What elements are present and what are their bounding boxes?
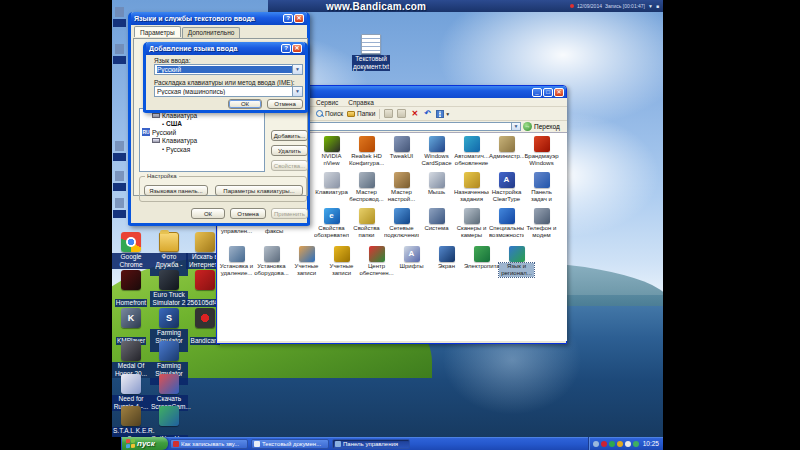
tab-advanced[interactable]: Дополнительно	[182, 27, 241, 38]
folder-icon	[347, 111, 355, 117]
copy-icon[interactable]	[397, 109, 406, 118]
cancel-button[interactable]: Отмена	[267, 99, 303, 109]
cp-item[interactable]: NVIDIA nView Desktop M...	[314, 136, 349, 168]
tray-icon[interactable]	[633, 441, 639, 447]
keyboard-layout-select[interactable]: Русская (машинопись) ▼	[154, 86, 303, 97]
cp-item[interactable]: Брандмауэр Windows	[524, 136, 559, 167]
views-button[interactable]: ▼	[436, 109, 450, 119]
system-tray: 10:25	[588, 437, 661, 450]
close-button[interactable]: ✕	[554, 88, 564, 97]
ok-button[interactable]: ОК	[191, 208, 225, 219]
taskbar: пуск Как записывать зву...Текстовый доку…	[112, 437, 663, 450]
cp-item[interactable]: Электропита...	[464, 246, 499, 270]
help-button[interactable]: ?	[281, 44, 291, 53]
maximize-button[interactable]: □	[543, 88, 553, 97]
desktop-icon[interactable]: Google Chrome	[112, 232, 150, 271]
cp-item-label: Электропита...	[464, 263, 499, 270]
ic-txt-icon	[361, 34, 381, 54]
go-label[interactable]: Переход	[534, 123, 560, 130]
dialog-titlebar[interactable]: Добавление языка ввода ? ✕	[146, 42, 305, 55]
menu-item-help[interactable]: Справка	[348, 99, 374, 106]
taskbar-button[interactable]: Как записывать зву...	[170, 439, 248, 449]
cp-item[interactable]: Клавиатура	[314, 172, 349, 196]
cp-item[interactable]: Учетные записи пол...	[289, 246, 324, 278]
tray-icon[interactable]	[625, 441, 631, 447]
taskbar-button[interactable]: Панель управления	[332, 439, 410, 449]
delete-icon[interactable]: ✕	[410, 109, 419, 118]
language-bar-button[interactable]: Языковая панель...	[144, 185, 208, 196]
remove-button[interactable]: Удалить	[271, 145, 308, 156]
cp-item[interactable]: Мастер беспровод...	[349, 172, 384, 203]
cp-item[interactable]: Свойства папки	[349, 208, 384, 239]
address-dropdown-button[interactable]: ▼	[511, 123, 520, 130]
tray-icon[interactable]	[617, 441, 623, 447]
chevron-down-icon[interactable]: ▼	[292, 65, 302, 74]
stop-icon: ■	[656, 3, 659, 9]
tray-icon[interactable]	[593, 441, 599, 447]
chevron-down-icon[interactable]: ▼	[292, 87, 302, 96]
cp-item[interactable]: Телефон и модем	[524, 208, 559, 239]
cp-item[interactable]: AШрифты	[394, 246, 429, 270]
app-icon: S	[159, 308, 179, 328]
cp-item[interactable]: Сканеры и камеры	[454, 208, 489, 239]
desktop-icon[interactable]: Homefront	[112, 270, 150, 309]
cp-item[interactable]: Система	[419, 208, 454, 232]
key-settings-button[interactable]: Параметры клавиатуры...	[215, 185, 303, 196]
cp-item[interactable]: Язык и регионал...	[499, 246, 534, 277]
folders-toolbar-button[interactable]: Папки	[347, 110, 375, 117]
close-icon[interactable]: ✕	[292, 44, 302, 53]
cp-item[interactable]: Мышь	[419, 172, 454, 196]
cp-item[interactable]: Учетные записи пол...	[324, 246, 359, 278]
taskbar-clock: 10:25	[641, 440, 661, 447]
tree-item[interactable]: Клавиатура	[140, 137, 264, 145]
cp-item[interactable]: Специальные возможности	[489, 208, 524, 239]
desktop-icon-fragment	[113, 56, 126, 64]
desktop-icon[interactable]: Euro Truck Simulator 2	[150, 270, 188, 309]
tree-item[interactable]: •Русская	[140, 145, 264, 153]
desktop-icon-label: Google Chrome	[112, 253, 150, 269]
dialog-titlebar[interactable]: Языки и службы текстового ввода ? ✕	[131, 12, 307, 25]
menu-item-service[interactable]: Сервис	[316, 99, 338, 106]
cp-item-label: Брандмауэр Windows	[524, 153, 559, 167]
cp-item[interactable]: Центр обеспечен...	[359, 246, 394, 277]
properties-icon[interactable]	[384, 109, 393, 118]
add-button[interactable]: Добавить...	[271, 130, 308, 141]
cp-item-icon	[429, 208, 445, 224]
add-input-language-dialog[interactable]: Добавление языка ввода ? ✕ Язык ввода: Р…	[143, 42, 308, 113]
tab-parameters[interactable]: Параметры	[134, 26, 181, 37]
tree-item[interactable]: •США	[140, 120, 264, 128]
help-button[interactable]: ?	[283, 14, 293, 23]
tray-icon[interactable]	[609, 441, 615, 447]
input-language-select[interactable]: Русский ▼	[154, 64, 303, 75]
cp-item[interactable]: Администр...	[489, 136, 524, 160]
cp-item[interactable]: Экран	[429, 246, 464, 270]
undo-icon[interactable]: ↶	[423, 109, 432, 118]
cp-item[interactable]: TweakUI	[384, 136, 419, 160]
cp-item[interactable]: eСвойства обозревателя	[314, 208, 349, 239]
cp-item[interactable]: Установка оборудова...	[254, 246, 289, 277]
close-icon[interactable]: ✕	[294, 14, 304, 23]
desktop-icon[interactable]: Текстовый документ.txt	[352, 34, 390, 73]
cp-item-icon	[499, 208, 515, 224]
installed-services-list[interactable]: Клавиатура•СШАRUРусскийКлавиатура•Русска…	[139, 108, 265, 172]
tree-item[interactable]: RUРусский	[140, 128, 264, 136]
minimize-button[interactable]: _	[532, 88, 542, 97]
cancel-button[interactable]: Отмена	[230, 208, 266, 219]
cp-item-label: Центр обеспечен...	[359, 263, 394, 277]
cp-item[interactable]: Windows CardSpace	[419, 136, 454, 167]
taskbar-button[interactable]: Текстовый докумен...	[251, 439, 329, 449]
cp-item[interactable]: Мастер настрой...	[384, 172, 419, 203]
cp-item[interactable]: Назначенные задания	[454, 172, 489, 203]
search-toolbar-button[interactable]: Поиск	[316, 110, 343, 117]
cp-item[interactable]: Автоматич... обновление	[454, 136, 489, 167]
cp-item[interactable]: Сетевые подключения	[384, 208, 419, 239]
cp-item[interactable]: Realtek HD Конфигура...	[349, 136, 384, 167]
cp-item[interactable]: Панель задач и меню "Пуск"	[524, 172, 559, 204]
start-button[interactable]: пуск	[122, 437, 168, 450]
tray-icon[interactable]	[601, 441, 607, 447]
cp-item[interactable]: Установка и удаление...	[219, 246, 254, 277]
go-icon[interactable]: →	[523, 122, 532, 131]
cp-item[interactable]: AНастройка ClearType	[489, 172, 524, 203]
ok-button[interactable]: ОК	[228, 99, 262, 109]
app-icon	[121, 374, 141, 394]
